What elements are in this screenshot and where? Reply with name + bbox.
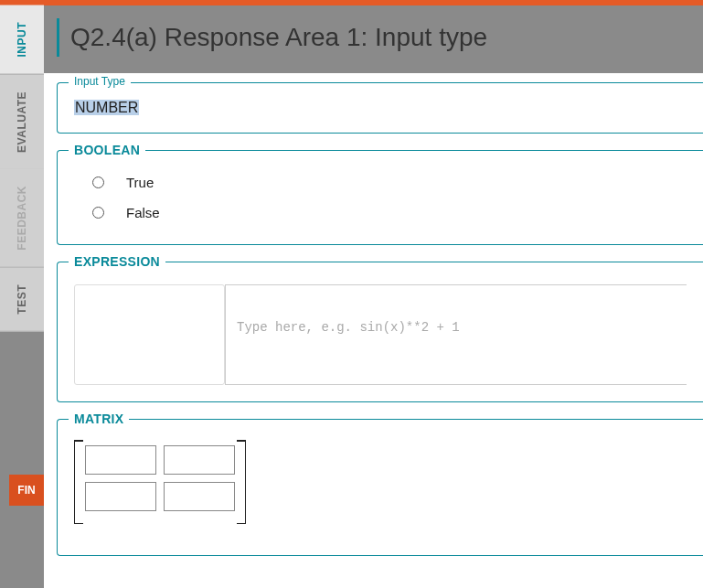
- tab-input[interactable]: INPUT: [0, 5, 44, 75]
- boolean-fieldset: BOOLEAN True False: [57, 150, 703, 245]
- radio-icon: [92, 176, 104, 188]
- bracket-left-icon: [74, 440, 80, 524]
- expression-input[interactable]: Type here, e.g. sin(x)**2 + 1: [225, 284, 687, 385]
- radio-label: False: [126, 205, 160, 220]
- matrix-cell[interactable]: [85, 445, 156, 475]
- boolean-option-false[interactable]: False: [74, 198, 687, 228]
- matrix-fieldset: MATRIX: [57, 419, 703, 556]
- matrix-cell[interactable]: [164, 482, 235, 511]
- input-type-fieldset[interactable]: Input Type NUMBER: [57, 82, 703, 134]
- sidebar: INPUT EVALUATE FEEDBACK TEST FIN: [0, 5, 44, 588]
- page-title: Q2.4(a) Response Area 1: Input type: [70, 23, 487, 52]
- boolean-legend: BOOLEAN: [69, 143, 145, 157]
- expression-fieldset: EXPRESSION Type here, e.g. sin(x)**2 + 1: [57, 262, 703, 402]
- matrix-cell[interactable]: [85, 482, 156, 511]
- matrix-cell[interactable]: [164, 445, 235, 475]
- page-header: Q2.4(a) Response Area 1: Input type: [44, 5, 703, 73]
- radio-icon: [92, 207, 104, 219]
- expression-preview: [74, 284, 225, 385]
- tab-test[interactable]: TEST: [0, 268, 44, 332]
- header-accent: [57, 18, 59, 57]
- content-panel: Input Type NUMBER BOOLEAN True False EXP…: [44, 73, 703, 588]
- input-type-value[interactable]: NUMBER: [74, 100, 139, 115]
- tab-feedback[interactable]: FEEDBACK: [0, 169, 44, 268]
- matrix-legend: MATRIX: [69, 412, 129, 426]
- matrix-grid: [83, 440, 237, 517]
- expression-legend: EXPRESSION: [69, 254, 165, 269]
- finish-button[interactable]: FIN: [9, 475, 44, 506]
- input-type-legend: Input Type: [69, 75, 131, 88]
- tab-evaluate[interactable]: EVALUATE: [0, 75, 44, 170]
- bracket-right-icon: [240, 440, 246, 524]
- radio-label: True: [126, 175, 154, 190]
- boolean-option-true[interactable]: True: [74, 167, 687, 198]
